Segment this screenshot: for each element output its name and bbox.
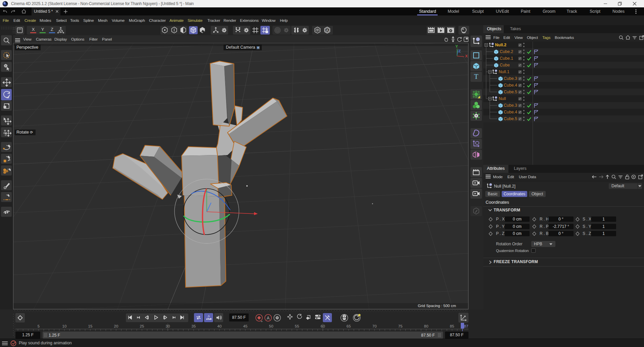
svg-text:87: 87 (464, 324, 468, 328)
svg-text:A: A (326, 28, 328, 32)
svg-text:A: A (267, 316, 269, 320)
svg-text:75: 75 (398, 324, 403, 328)
svg-text:20: 20 (114, 324, 118, 328)
svg-text:25: 25 (140, 324, 144, 328)
svg-text:A: A (208, 314, 210, 318)
svg-text:80: 80 (424, 324, 429, 328)
svg-text:40: 40 (217, 324, 222, 328)
svg-text:85: 85 (450, 324, 454, 328)
svg-text:Z: Z (458, 49, 461, 53)
svg-text:45: 45 (243, 324, 248, 328)
svg-text:Y: Y (455, 44, 458, 48)
svg-text:15: 15 (88, 324, 93, 328)
svg-text:50: 50 (269, 324, 274, 328)
svg-text:70: 70 (373, 324, 377, 328)
svg-text:5: 5 (38, 324, 40, 328)
svg-text:35: 35 (192, 324, 196, 328)
svg-text:55: 55 (295, 324, 299, 328)
svg-text:10: 10 (62, 324, 67, 328)
svg-text:X: X (465, 54, 468, 58)
svg-text:65: 65 (347, 324, 351, 328)
